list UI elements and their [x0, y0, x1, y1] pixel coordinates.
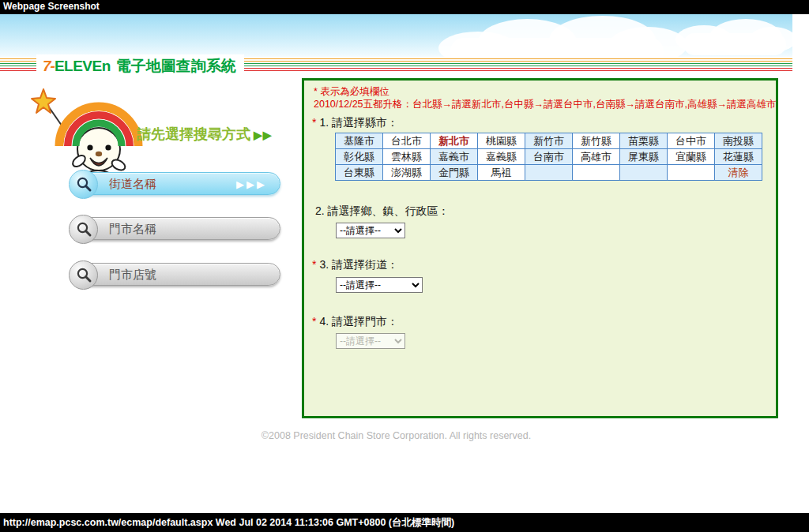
city-cell[interactable]: 新竹縣: [573, 133, 620, 149]
search-by-store-name-button[interactable]: 門市名稱: [75, 217, 280, 240]
step2-label: 2. 請選擇鄉、鎮、行政區：: [312, 204, 450, 219]
copyright-text: ©2008 President Chain Store Corporation.…: [0, 430, 792, 441]
prompt-arrows-icon: ▶▶: [254, 129, 273, 141]
magnifier-icon: [69, 260, 98, 290]
step4-label: *4. 請選擇門市：: [312, 315, 398, 329]
search-method-prompt: 請先選擇搜尋方式▶▶: [137, 125, 273, 144]
city-cell[interactable]: 新北市: [431, 133, 478, 149]
city-cell[interactable]: 台東縣: [336, 165, 383, 181]
city-cell[interactable]: 桃園縣: [478, 133, 525, 149]
required-star: *: [312, 315, 316, 328]
button-arrows-icon: ▶▶▶: [236, 173, 267, 196]
district-select[interactable]: --請選擇--: [336, 223, 405, 238]
city-cell[interactable]: 苗栗縣: [620, 133, 668, 149]
city-cell[interactable]: 金門縣: [431, 165, 478, 181]
magnifier-icon: [69, 170, 98, 199]
page: 7-ELEVEn電子地圖查詢系統 請先選擇搜尋方式▶▶: [0, 14, 792, 513]
city-cell[interactable]: 彰化縣: [336, 149, 383, 165]
city-table-body: 基隆市台北市新北市桃園縣新竹市新竹縣苗栗縣台中市南投縣彰化縣雲林縣嘉義市嘉義縣台…: [336, 133, 762, 181]
street-select[interactable]: --請選擇--: [336, 277, 423, 293]
site-logo: 7-ELEVEn電子地圖查詢系統: [36, 54, 244, 79]
capture-bottom-bar: http://emap.pcsc.com.tw/ecmap/default.as…: [0, 513, 809, 532]
magnifier-icon: [69, 215, 98, 244]
capture-top-label: Webpage Screenshot: [3, 1, 100, 12]
city-cell[interactable]: 南投縣: [715, 133, 762, 149]
city-cell[interactable]: 台中市: [668, 133, 715, 149]
city-upgrade-note: 2010/12/25五都升格：台北縣→請選新北市,台中縣→請選台中市,台南縣→請…: [314, 98, 776, 111]
city-cell[interactable]: 澎湖縣: [383, 165, 431, 181]
city-cell[interactable]: 花蓮縣: [715, 149, 762, 165]
search-by-street-button[interactable]: 街道名稱 ▶▶▶: [75, 172, 280, 195]
required-star: *: [312, 258, 316, 271]
screen: Webpage Screenshot 7-ELEVEn電子地圖查詢系統: [0, 0, 809, 532]
empty-cell: [620, 165, 668, 181]
city-cell[interactable]: 新竹市: [525, 133, 573, 149]
city-cell[interactable]: 基隆市: [336, 133, 383, 149]
site-title: 電子地圖查詢系統: [116, 58, 236, 74]
city-cell[interactable]: 宜蘭縣: [668, 149, 715, 165]
city-cell[interactable]: 高雄市: [573, 149, 620, 165]
sky-banner: [0, 14, 792, 57]
empty-cell: [668, 165, 715, 181]
search-form-panel: * 表示為必填欄位 2010/12/25五都升格：台北縣→請選新北市,台中縣→請…: [302, 78, 778, 418]
city-cell[interactable]: 屏東縣: [620, 149, 668, 165]
capture-url-label: http://emap.pcsc.com.tw/ecmap/default.as…: [3, 516, 454, 530]
cloud: [450, 38, 664, 57]
city-cell[interactable]: 雲林縣: [383, 149, 431, 165]
city-cell[interactable]: 嘉義市: [431, 149, 478, 165]
store-select: --請選擇--: [336, 333, 405, 349]
empty-cell: [525, 165, 573, 181]
clear-cities-link[interactable]: 清除: [715, 165, 762, 181]
city-cell[interactable]: 馬祖: [478, 165, 525, 181]
empty-cell: [573, 165, 620, 181]
city-cell[interactable]: 台南市: [525, 149, 573, 165]
city-cell[interactable]: 台北市: [383, 133, 431, 149]
step1-label: *1. 請選擇縣市：: [312, 116, 398, 130]
city-selection-table: 基隆市台北市新北市桃園縣新竹市新竹縣苗栗縣台中市南投縣彰化縣雲林縣嘉義市嘉義縣台…: [335, 133, 762, 181]
step3-label: *3. 請選擇街道：: [312, 258, 398, 272]
required-field-note: * 表示為必填欄位: [314, 85, 389, 99]
capture-top-bar: Webpage Screenshot: [0, 0, 809, 14]
required-star: *: [312, 116, 316, 129]
cloud: [683, 33, 786, 55]
city-cell[interactable]: 嘉義縣: [478, 149, 525, 165]
seven-eleven-logo: 7-: [43, 58, 55, 74]
search-by-store-number-button[interactable]: 門市店號: [75, 263, 280, 286]
